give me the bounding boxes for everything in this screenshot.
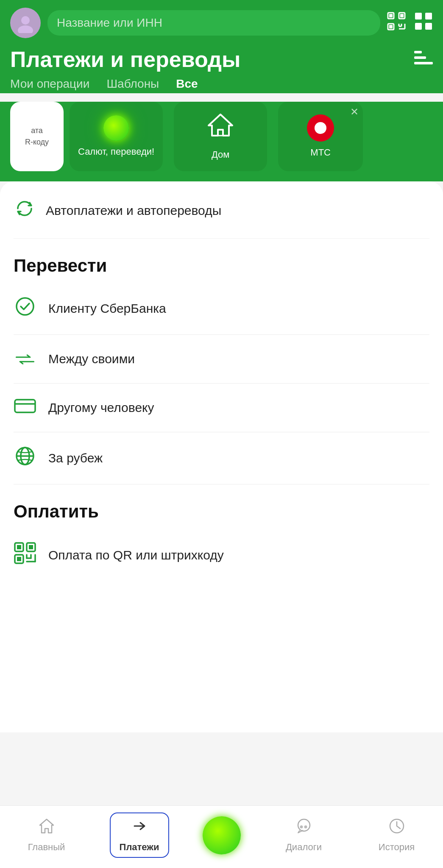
nav-payments[interactable]: Платежи (110, 812, 169, 858)
search-row (10, 8, 433, 38)
svg-point-21 (17, 298, 33, 315)
autopayments-item[interactable]: Автоплатежи и автопереводы (14, 181, 429, 239)
svg-rect-16 (425, 23, 432, 30)
page-title-row: Платежи и переводы (10, 47, 433, 72)
nav-history[interactable]: История (367, 818, 426, 853)
transfer-own-label: Между своими (48, 352, 135, 366)
mts-close-icon[interactable]: ✕ (350, 106, 359, 118)
sber-check-icon (14, 296, 36, 321)
transfer-other-label: Другому человеку (48, 401, 154, 415)
pay-qr-item[interactable]: Оплата по QR или штрихкоду (14, 529, 429, 582)
bottom-nav: Главный Платежи Диалоги Исто (0, 805, 443, 868)
svg-rect-13 (415, 13, 422, 19)
salut-dot-icon (103, 115, 129, 141)
card-icon (14, 397, 36, 418)
quick-card-dom[interactable]: Дом (174, 102, 267, 171)
svg-point-0 (21, 16, 30, 25)
transfer-sber-label: Клиенту СберБанка (48, 301, 166, 316)
content-area: Автоплатежи и автопереводы Перевести Кли… (0, 181, 443, 732)
qr-code-icon (14, 542, 36, 568)
tab-my-operations[interactable]: Мои операции (10, 77, 89, 93)
section-title-transfer: Перевести (14, 239, 429, 283)
tabs-row: Мои операции Шаблоны Все (10, 77, 433, 93)
clock-nav-icon (388, 818, 405, 838)
quick-card-dom-label: Дом (212, 149, 230, 161)
nav-dialogi-label: Диалоги (286, 842, 322, 853)
header-icons (387, 12, 433, 34)
svg-point-39 (304, 826, 307, 829)
svg-rect-18 (414, 56, 426, 59)
grid-menu-icon[interactable] (414, 12, 433, 34)
payments-nav-icon (131, 818, 148, 838)
tab-all[interactable]: Все (176, 77, 198, 93)
svg-rect-22 (15, 400, 35, 412)
header: Платежи и переводы Мои операции Шаблоны … (0, 0, 443, 93)
quick-card-salut-label: Салют, переведи! (78, 146, 154, 158)
svg-rect-14 (425, 13, 432, 19)
globe-icon (14, 446, 36, 470)
quick-card-mts[interactable]: ✕ МТС (278, 102, 363, 171)
svg-rect-30 (29, 545, 33, 549)
avatar[interactable] (10, 8, 41, 38)
transfer-own-item[interactable]: Между своими (14, 335, 429, 384)
svg-rect-28 (17, 545, 21, 549)
search-input[interactable] (57, 16, 371, 30)
svg-rect-15 (415, 23, 422, 30)
search-box[interactable] (47, 10, 380, 36)
section-title-pay: Оплатить (14, 484, 429, 529)
transfer-abroad-label: За рубеж (48, 451, 103, 465)
quick-card-salut[interactable]: Салют, переведи! (70, 102, 163, 171)
nav-home-label: Главный (28, 842, 65, 853)
svg-rect-17 (414, 51, 422, 53)
autopayments-label: Автоплатежи и автопереводы (46, 203, 221, 218)
nav-salut-center[interactable] (203, 816, 241, 854)
transfer-to-sber-item[interactable]: Клиенту СберБанка (14, 283, 429, 335)
pay-qr-label: Оплата по QR или штрихкоду (48, 548, 224, 562)
transfer-abroad-item[interactable]: За рубеж (14, 432, 429, 484)
quick-card-partial[interactable]: ата R-коду (10, 102, 64, 171)
nav-history-label: История (379, 842, 415, 853)
quick-card-mts-label: МТС (310, 147, 331, 159)
svg-rect-19 (414, 62, 433, 64)
tab-templates[interactable]: Шаблоны (106, 77, 159, 93)
transfer-other-item[interactable]: Другому человеку (14, 384, 429, 432)
filter-icon[interactable] (414, 50, 433, 68)
svg-rect-5 (400, 14, 404, 17)
page-title: Платежи и переводы (10, 47, 241, 72)
transfer-arrows-icon (14, 348, 36, 370)
mts-logo-icon (307, 114, 334, 142)
svg-point-38 (300, 826, 303, 829)
house-icon (207, 112, 234, 144)
chat-nav-icon (295, 818, 312, 838)
qr-scan-icon[interactable] (387, 12, 406, 34)
autopayments-icon (14, 198, 36, 223)
svg-point-1 (18, 25, 33, 33)
nav-dialogi[interactable]: Диалоги (274, 818, 334, 853)
svg-rect-7 (389, 25, 393, 28)
nav-home[interactable]: Главный (17, 818, 76, 853)
quick-cards-container: ата R-коду Салют, переведи! Дом ✕ МТС (0, 102, 443, 181)
home-nav-icon (38, 818, 55, 838)
svg-point-40 (298, 819, 310, 831)
nav-payments-label: Платежи (120, 842, 159, 853)
partial-card-line1: ата (25, 125, 49, 136)
svg-rect-32 (17, 557, 21, 561)
partial-card-line2: R-коду (25, 136, 49, 148)
svg-rect-3 (389, 14, 393, 17)
